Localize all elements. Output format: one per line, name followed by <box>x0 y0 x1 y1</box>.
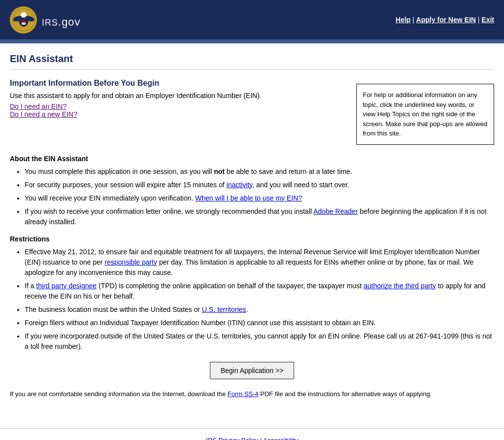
help-box: For help or additional information on an… <box>356 84 494 145</box>
list-item: You will receive your EIN immediately up… <box>25 193 494 203</box>
list-item: The business location must be within the… <box>25 305 494 315</box>
form-ss4-link[interactable]: Form SS-4 <box>227 390 258 398</box>
site-header: ★★★ IRS.gov Help | Apply for New EIN | E… <box>0 0 504 39</box>
list-item: Foreign filers without an Individual Tax… <box>25 318 494 328</box>
irs-name-text: IRS.gov <box>42 9 81 30</box>
do-i-need-ein-link[interactable]: Do I need an EIN? <box>10 102 66 110</box>
accessibility-link[interactable]: Accessibility <box>263 437 298 440</box>
important-intro-text: Use this assistant to apply for and obta… <box>10 92 346 100</box>
important-section: Important Information Before You Begin U… <box>10 79 494 145</box>
responsible-party-link[interactable]: responsible party <box>105 258 158 266</box>
restrictions-section: Restrictions Effective May 21, 2012, to … <box>10 235 494 352</box>
logo-area: ★★★ IRS.gov <box>10 6 81 34</box>
apply-for-new-ein-link[interactable]: Apply for New EIN <box>416 16 476 24</box>
when-use-ein-link[interactable]: When will I be able to use my EIN? <box>195 194 302 202</box>
help-link[interactable]: Help <box>396 16 410 24</box>
irs-wordmark: IRS.gov <box>42 9 81 30</box>
list-item: You must complete this application in on… <box>25 167 494 177</box>
about-bullet-list: You must complete this application in on… <box>25 167 494 227</box>
svg-text:★★★: ★★★ <box>21 11 27 14</box>
header-navigation: Help | Apply for New EIN | Exit <box>396 16 494 24</box>
irs-seal: ★★★ <box>10 6 37 34</box>
about-heading: About the EIN Assistant <box>10 155 494 163</box>
important-heading: Important Information Before You Begin <box>10 79 346 88</box>
restrictions-bullet-list: Effective May 21, 2012, to ensure fair a… <box>25 247 494 352</box>
important-left-content: Important Information Before You Begin U… <box>10 79 346 145</box>
begin-application-button[interactable]: Begin Application >> <box>210 362 294 379</box>
page-title: EIN Assistant <box>10 53 494 65</box>
privacy-policy-link[interactable]: IRS Privacy Policy <box>206 437 258 440</box>
title-divider <box>10 69 494 70</box>
help-box-text: For help or additional information on an… <box>363 91 487 137</box>
third-party-designee-link[interactable]: third party designee <box>36 282 96 290</box>
list-item: If you wish to receive your confirmation… <box>25 206 494 227</box>
do-i-need-new-ein-link[interactable]: Do I need a new EIN? <box>10 110 77 118</box>
list-item: Effective May 21, 2012, to ensure fair a… <box>25 247 494 278</box>
site-footer: IRS Privacy Policy | Accessibility <box>0 429 504 440</box>
about-section: About the EIN Assistant You must complet… <box>10 155 494 227</box>
nav-separator-1: | <box>412 16 416 24</box>
svg-rect-7 <box>22 21 26 23</box>
inactivity-link[interactable]: inactivity <box>226 181 252 189</box>
begin-application-area: Begin Application >> <box>10 362 494 379</box>
us-territories-link[interactable]: U.S. territories <box>202 305 246 313</box>
exit-link[interactable]: Exit <box>481 16 494 24</box>
list-item: If a third party designee (TPD) is compl… <box>25 281 494 302</box>
blue-accent-bar <box>0 39 504 43</box>
list-item: If you were incorporated outside of the … <box>25 331 494 352</box>
bottom-text: If you are not comfortable sending infor… <box>10 389 494 399</box>
authorize-third-party-link[interactable]: authorize the third party <box>364 282 436 290</box>
main-content-area: EIN Assistant Important Information Befo… <box>0 43 504 418</box>
list-item: For security purposes, your session will… <box>25 180 494 190</box>
adobe-reader-link[interactable]: Adobe Reader <box>314 207 358 215</box>
restrictions-heading: Restrictions <box>10 235 494 243</box>
